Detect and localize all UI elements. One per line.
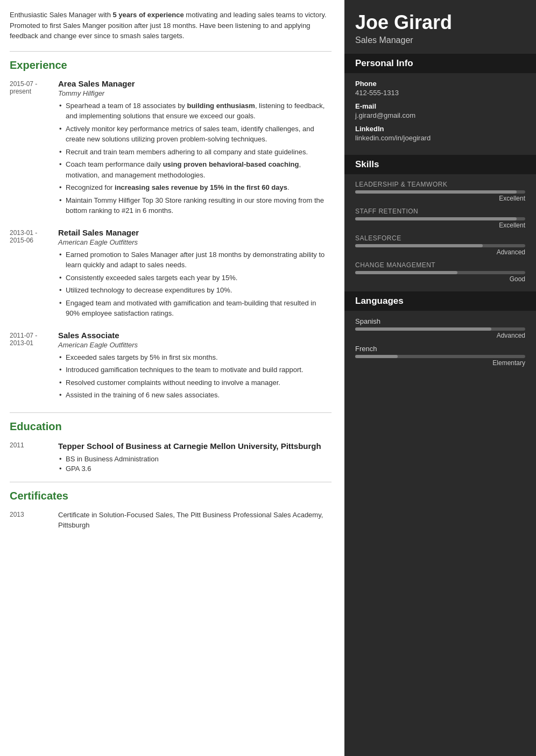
bullet: Introduced gamification techniques to th… [58,365,332,375]
skills-heading: Skills [344,155,536,174]
experience-entry-3: 2011-07 -2013-01 Sales Associate America… [10,331,332,403]
bullet: Assisted in the training of 6 new sales … [58,390,332,401]
education-heading: Education [10,420,332,433]
cert-content-1: Certificate in Solution-Focused Sales, T… [58,510,332,531]
bullet: Earned promotion to Sales Manager after … [58,249,332,270]
bullet: Actively monitor key performance metrics… [58,124,332,145]
skill-level-4: Good [355,275,525,283]
education-entry-1: 2011 Tepper School of Business at Carneg… [10,440,332,474]
skill-level-1: Excellent [355,195,525,202]
exp-content-1: Area Sales Manager Tommy Hilfiger Spearh… [58,79,332,218]
skill-bar-fill-2 [355,217,517,220]
bullet: Coach team performance daily using prove… [58,159,332,180]
cert-entry-1: 2013 Certificate in Solution-Focused Sal… [10,510,332,531]
exp-bullets-1: Spearhead a team of 18 associates by bui… [58,101,332,216]
exp-bullets-3: Exceeded sales targets by 5% in first si… [58,352,332,401]
phone-value: 412-555-1313 [355,89,525,97]
exp-content-2: Retail Sales Manager American Eagle Outf… [58,228,332,321]
skill-name-3: SALESFORCE [355,234,525,242]
bullet: Engaged team and motivated with gamifica… [58,298,332,319]
exp-date-3: 2011-07 -2013-01 [10,331,58,403]
lang-level-2: Elementary [355,359,525,367]
exp-content-3: Sales Associate American Eagle Outfitter… [58,331,332,403]
name-block: Joe Girard Sales Manager [344,0,536,54]
exp-date-1: 2015-07 -present [10,79,58,218]
bullet: GPA 3.6 [58,465,332,473]
personal-info-block: Phone 412-555-1313 E-mail j.girard@gmail… [344,80,536,155]
lang-bar-bg-1 [355,327,525,331]
lang-name-2: French [355,345,525,353]
certificates-heading: Certificates [10,490,332,502]
exp-title-1: Area Sales Manager [58,79,332,88]
skill-bar-bg-3 [355,244,525,247]
candidate-job-title: Sales Manager [355,35,525,45]
languages-block: Spanish Advanced French Elementary [344,317,536,374]
bullet: Resolved customer complaints without nee… [58,377,332,388]
linkedin-label: LinkedIn [355,125,525,133]
left-column: Enthusiastic Sales Manager with 5 years … [0,0,344,756]
skill-name-4: CHANGE MANAGEMENT [355,261,525,269]
experience-entry-1: 2015-07 -present Area Sales Manager Tomm… [10,79,332,218]
skill-name-1: LEADERSHIP & TEAMWORK [355,181,525,188]
right-column: Joe Girard Sales Manager Personal Info P… [344,0,536,756]
lang-level-1: Advanced [355,332,525,339]
lang-bar-bg-2 [355,355,525,358]
bullet: Spearhead a team of 18 associates by bui… [58,101,332,122]
bullet: BS in Business Administration [58,455,332,463]
skill-bar-bg-4 [355,271,525,274]
lang-name-1: Spanish [355,317,525,325]
divider-cert [10,482,332,482]
divider [10,51,332,52]
experience-heading: Experience [10,59,332,72]
languages-heading: Languages [344,291,536,311]
edu-school-1: Tepper School of Business at Carnegie Me… [58,440,332,452]
linkedin-value: linkedin.com/in/joegirard [355,134,525,142]
exp-title-3: Sales Associate [58,331,332,340]
edu-bullets-1: BS in Business Administration GPA 3.6 [58,455,332,473]
exp-date-2: 2013-01 -2015-06 [10,228,58,321]
summary: Enthusiastic Sales Manager with 5 years … [10,10,332,41]
exp-company-2: American Eagle Outfitters [58,238,332,246]
bullet: Utilized technology to decrease expendit… [58,285,332,296]
edu-content-1: Tepper School of Business at Carnegie Me… [58,440,332,474]
lang-bar-fill-2 [355,355,398,358]
skill-name-2: STAFF RETENTION [355,208,525,215]
email-label: E-mail [355,102,525,110]
skill-bar-fill-1 [355,190,517,194]
exp-company-3: American Eagle Outfitters [58,341,332,349]
lang-bar-fill-1 [355,327,491,331]
email-value: j.girard@gmail.com [355,111,525,119]
personal-info-heading: Personal Info [344,54,536,73]
bullet: Maintain Tommy Hilfiger Top 30 Store ran… [58,195,332,216]
skill-level-2: Excellent [355,222,525,229]
bullet: Exceeded sales targets by 5% in first si… [58,352,332,363]
experience-entry-2: 2013-01 -2015-06 Retail Sales Manager Am… [10,228,332,321]
skill-bar-bg-1 [355,190,525,194]
bullet: Recruit and train team members adhering … [58,147,332,158]
bullet: Consistently exceeded sales targets each… [58,273,332,283]
skill-bar-fill-4 [355,271,457,274]
resume-container: Enthusiastic Sales Manager with 5 years … [0,0,536,756]
exp-company-1: Tommy Hilfiger [58,89,332,97]
candidate-name: Joe Girard [355,12,525,33]
bullet: Recognized for increasing sales revenue … [58,182,332,193]
skills-block: LEADERSHIP & TEAMWORK Excellent STAFF RE… [344,181,536,291]
cert-date-1: 2013 [10,510,58,531]
phone-label: Phone [355,80,525,88]
exp-bullets-2: Earned promotion to Sales Manager after … [58,249,332,319]
skill-level-3: Advanced [355,248,525,256]
skill-bar-fill-3 [355,244,483,247]
skill-bar-bg-2 [355,217,525,220]
divider-edu [10,412,332,413]
edu-date-1: 2011 [10,440,58,474]
exp-title-2: Retail Sales Manager [58,228,332,237]
